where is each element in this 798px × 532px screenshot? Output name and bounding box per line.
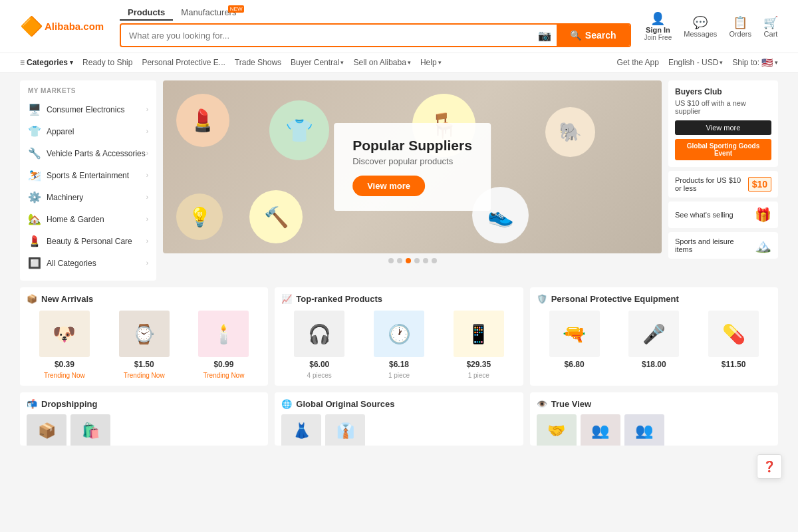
- account-action[interactable]: 👤 Sign In Join Free: [644, 11, 672, 41]
- nav-item-help[interactable]: Help ▾: [420, 58, 442, 67]
- chevron-right-icon-8: ›: [146, 259, 148, 267]
- product-thumb-3[interactable]: 🕯️ $0.99 Trending Now: [186, 311, 262, 379]
- dot-5[interactable]: [423, 258, 428, 263]
- menu-icon: ≡: [20, 58, 25, 67]
- chevron-down-icon-3: ▾: [408, 59, 411, 66]
- buyers-club-title: Buyers Club: [675, 87, 771, 96]
- nav-item-sell[interactable]: Sell on Alibaba ▾: [353, 58, 410, 67]
- tab-manufacturers[interactable]: Manufacturers NEW: [173, 5, 244, 21]
- orders-action[interactable]: 📋 Orders: [729, 15, 751, 38]
- product-img-2: ⌚: [119, 311, 170, 357]
- chevron-right-icon-5: ›: [146, 194, 148, 201]
- product-label-2: Trending Now: [124, 372, 165, 379]
- drop-img-1: 📦: [27, 414, 66, 446]
- promo-sports-label: Sports and leisure items: [675, 237, 751, 253]
- dot-2[interactable]: [397, 258, 402, 263]
- chevron-right-icon-3: ›: [146, 150, 148, 157]
- sidebar-item-sports[interactable]: ⛷️ Sports & Entertainment ›: [20, 164, 156, 186]
- get-app-link[interactable]: Get the App: [617, 58, 659, 67]
- banner-dots: [163, 253, 662, 268]
- top-product-thumb-2[interactable]: 🕐 $6.18 1 piece: [361, 311, 437, 379]
- right-panel: Buyers Club US $10 off with a new suppli…: [668, 80, 778, 281]
- sidebar-item-machinery[interactable]: ⚙️ Machinery ›: [20, 186, 156, 208]
- dot-4[interactable]: [414, 258, 420, 263]
- search-button[interactable]: 🔍 Search: [557, 25, 630, 46]
- ship-to[interactable]: Ship to: 🇺🇸 ▾: [732, 57, 778, 68]
- sidebar-title: MY MARKETS: [20, 87, 156, 98]
- banner-container: 💄 👕 🪑 💡 🔨 👟 🐘 Popular Suppliers Discover…: [163, 80, 662, 281]
- true-view-img-2: 👥: [581, 414, 620, 446]
- sidebar-item-vehicle[interactable]: 🔧 Vehicle Parts & Accessories ›: [20, 142, 156, 164]
- chevron-down-icon-4: ▾: [438, 59, 442, 66]
- nav-item-ready[interactable]: Ready to Ship: [82, 58, 132, 67]
- chevron-right-icon: ›: [146, 106, 148, 113]
- nav-item-ppe[interactable]: Personal Protective E...: [142, 58, 225, 67]
- sidebar-item-home[interactable]: 🏡 Home & Garden ›: [20, 208, 156, 230]
- main-content: MY MARKETS 🖥️ Consumer Electronics › 👕 A…: [0, 72, 798, 454]
- product-img-1: 🐶: [39, 311, 90, 357]
- top-ranked-title: 📈 Top-ranked Products: [281, 294, 516, 304]
- true-view-img-1: 🤝: [537, 414, 577, 446]
- sidebar-item-beauty[interactable]: 💄 Beauty & Personal Care ›: [20, 230, 156, 252]
- top-product-thumb-1[interactable]: 🎧 $6.00 4 pieces: [281, 311, 357, 379]
- sporting-event-button[interactable]: Global Sporting Goods Event: [675, 139, 771, 160]
- promo-selling-label: See what's selling: [675, 211, 751, 219]
- sidebar-item-all-categories[interactable]: 🔲 All Categories ›: [20, 252, 156, 274]
- dot-1[interactable]: [388, 258, 394, 263]
- sidebar-item-consumer-electronics[interactable]: 🖥️ Consumer Electronics ›: [20, 98, 156, 120]
- drop-img-2: 🛍️: [70, 414, 110, 446]
- ppe-product-price-2: $18.00: [642, 360, 666, 369]
- top-product-label-2: 1 piece: [388, 372, 410, 379]
- nav-item-trade[interactable]: Trade Shows: [235, 58, 281, 67]
- camera-icon[interactable]: 📷: [533, 29, 557, 42]
- logo[interactable]: 🔶 Alibaba.com: [20, 17, 106, 36]
- true-view-img-3: 👥: [624, 414, 664, 446]
- product-label-3: Trending Now: [203, 372, 245, 379]
- messages-action[interactable]: 💬 Messages: [684, 15, 717, 38]
- search-input[interactable]: [121, 31, 533, 41]
- top-product-img-3: 📱: [454, 311, 504, 357]
- nav-item-buyer[interactable]: Buyer Central ▾: [291, 58, 344, 67]
- promo-sports-leisure[interactable]: Sports and leisure items 🏔️: [668, 232, 778, 259]
- apparel-icon: 👕: [28, 125, 41, 138]
- dot-6[interactable]: [432, 258, 437, 263]
- top-product-label-1: 4 pieces: [307, 372, 332, 379]
- tab-products[interactable]: Products: [120, 5, 173, 21]
- dot-3-active[interactable]: [406, 258, 411, 263]
- messages-icon: 💬: [693, 15, 708, 30]
- nav-item-categories[interactable]: ≡ Categories ▾: [20, 58, 73, 67]
- ppe-product-thumb-1[interactable]: 🔫 $6.80: [537, 311, 612, 369]
- top-product-img-2: 🕐: [374, 311, 424, 357]
- language-selector[interactable]: English - USD ▾: [668, 58, 723, 67]
- bottom-sections-row2: 📬 Dropshipping 📦 🛍️ 🌐 Global Original So…: [20, 392, 778, 446]
- true-view-icon: 👁️: [537, 399, 547, 409]
- dropshipping-section: 📬 Dropshipping 📦 🛍️: [20, 392, 268, 446]
- header-actions: 👤 Sign In Join Free 💬 Messages 📋 Orders …: [644, 11, 778, 41]
- sidebar-item-apparel[interactable]: 👕 Apparel ›: [20, 120, 156, 142]
- view-more-button[interactable]: View more: [675, 120, 771, 135]
- flag-icon: 🇺🇸: [761, 57, 773, 68]
- chevron-right-icon-4: ›: [146, 172, 148, 179]
- ppe-product-thumb-2[interactable]: 🎤 $18.00: [616, 311, 692, 369]
- promo-10-or-less[interactable]: Products for US $10 or less $10: [668, 171, 778, 198]
- global-original-section: 🌐 Global Original Sources 👗 👔: [275, 392, 523, 446]
- banner-view-more-btn[interactable]: View more: [352, 176, 425, 196]
- search-tabs-row: Products Manufacturers NEW: [120, 5, 631, 21]
- global-img-2: 👔: [325, 414, 365, 446]
- cart-action[interactable]: 🛒 Cart: [763, 15, 778, 38]
- product-price-2: $1.50: [134, 360, 154, 369]
- product-thumb-2[interactable]: ⌚ $1.50 Trending Now: [106, 311, 182, 379]
- top-product-price-3: $29.35: [466, 360, 491, 369]
- ppe-product-img-1: 🔫: [549, 311, 600, 357]
- promo-see-selling[interactable]: See what's selling 🎁: [668, 201, 778, 228]
- product-label-1: Trending Now: [44, 372, 85, 379]
- nav-left: ≡ Categories ▾ Ready to Ship Personal Pr…: [20, 58, 442, 67]
- top-product-thumb-3[interactable]: 📱 $29.35 1 piece: [441, 311, 517, 379]
- ppe-product-thumb-3[interactable]: 💊 $11.50: [696, 311, 771, 369]
- banner: 💄 👕 🪑 💡 🔨 👟 🐘 Popular Suppliers Discover…: [163, 80, 662, 253]
- new-arrivals-title: 📦 New Arrivals: [27, 294, 261, 304]
- header: 🔶 Alibaba.com Products Manufacturers NEW…: [0, 0, 798, 53]
- content-row: MY MARKETS 🖥️ Consumer Electronics › 👕 A…: [20, 80, 778, 281]
- product-thumb-1[interactable]: 🐶 $0.39 Trending Now: [27, 311, 102, 379]
- ppe-product-img-2: 🎤: [628, 311, 679, 357]
